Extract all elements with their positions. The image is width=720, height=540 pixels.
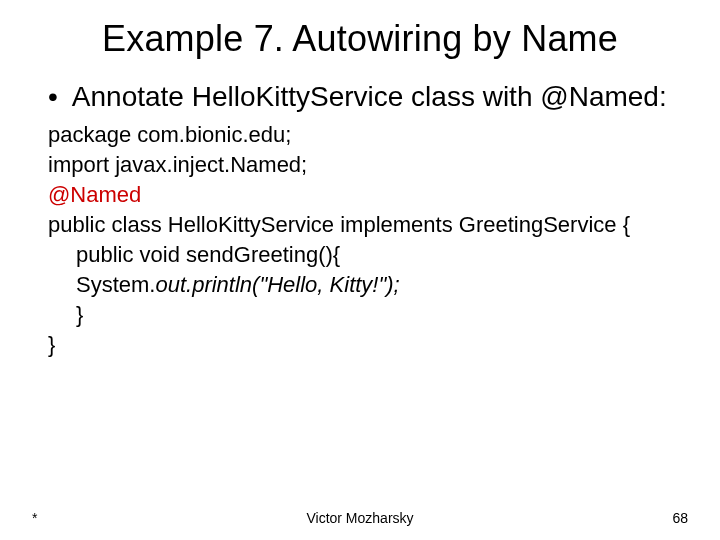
code-line: package com.bionic.edu;	[48, 120, 688, 150]
footer-left: *	[32, 510, 37, 526]
slide: Example 7. Autowiring by Name • Annotate…	[0, 0, 720, 360]
code-line: public class HelloKittyService implement…	[48, 210, 688, 240]
code-block: package com.bionic.edu; import javax.inj…	[48, 120, 688, 360]
bullet-dot-icon: •	[48, 80, 58, 114]
code-text: System.	[76, 272, 155, 297]
code-line: public void sendGreeting(){	[48, 240, 688, 270]
slide-title: Example 7. Autowiring by Name	[32, 18, 688, 60]
bullet-text: Annotate HelloKittyService class with @N…	[72, 80, 667, 114]
code-annotation: @Named	[48, 180, 688, 210]
code-line: import javax.inject.Named;	[48, 150, 688, 180]
bullet-item: • Annotate HelloKittyService class with …	[48, 80, 688, 114]
code-text-italic: out.println("Hello, Kitty!");	[155, 272, 399, 297]
code-line: }	[48, 330, 688, 360]
code-line: System.out.println("Hello, Kitty!");	[48, 270, 688, 300]
footer: * Victor Mozharsky 68	[0, 510, 720, 526]
footer-author: Victor Mozharsky	[306, 510, 413, 526]
code-line: }	[48, 300, 688, 330]
footer-page-number: 68	[672, 510, 688, 526]
